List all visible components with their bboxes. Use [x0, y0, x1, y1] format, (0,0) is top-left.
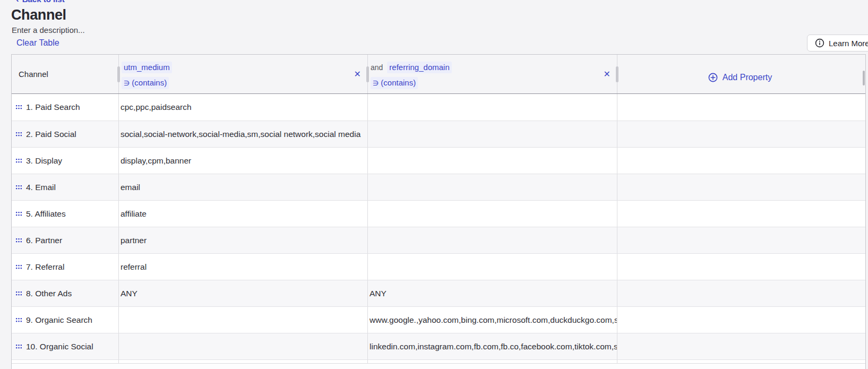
utm-medium-value-cell[interactable] — [118, 307, 367, 333]
referring-domain-value-cell[interactable]: linkedin.com,instagram.com,fb.com,fb.co,… — [367, 333, 617, 359]
utm-medium-value: email — [121, 183, 140, 192]
channel-row-label: 5. Affiliates — [26, 209, 66, 219]
channel-column-label: Channel — [19, 70, 48, 79]
operator-label: (contains) — [381, 78, 416, 87]
column-resize-handle[interactable] — [366, 66, 369, 82]
drag-handle-icon[interactable] — [16, 345, 22, 349]
referring-domain-value-cell[interactable]: www.google.,yahoo.com,bing.com,microsoft… — [367, 307, 617, 333]
empty-property-cell — [617, 333, 865, 359]
referring-domain-value: linkedin.com,instagram.com,fb.com,fb.co,… — [369, 342, 617, 351]
channel-row-label: 10. Organic Social — [26, 342, 93, 351]
drag-handle-icon[interactable] — [16, 318, 22, 322]
column-resize-handle[interactable] — [117, 66, 120, 82]
empty-property-cell — [617, 121, 865, 147]
drag-handle-icon[interactable] — [16, 185, 22, 190]
empty-property-cell — [617, 148, 865, 174]
channel-name-cell[interactable]: 7. Referral — [12, 254, 118, 280]
utm-medium-value: referral — [121, 262, 147, 272]
description-input[interactable]: Enter a description... — [12, 25, 85, 35]
utm-medium-value-cell[interactable]: partner — [118, 227, 367, 253]
utm-medium-value-cell[interactable]: ANY — [118, 280, 367, 306]
channel-name-cell[interactable]: 9. Organic Search — [12, 307, 118, 333]
referring-domain-value-cell[interactable] — [367, 254, 617, 280]
vertical-scrollbar-thumb[interactable] — [863, 71, 865, 85]
referring-domain-value-cell[interactable] — [367, 94, 617, 121]
contains-operator-icon: ∋ — [373, 79, 379, 87]
operator-label: (contains) — [132, 78, 167, 87]
channel-row-label: 4. Email — [26, 183, 56, 192]
empty-property-cell — [617, 307, 865, 333]
referring-domain-value-cell[interactable]: ANY — [367, 280, 617, 306]
page-title: Channel — [11, 7, 66, 23]
utm-medium-value-cell[interactable] — [118, 333, 367, 359]
and-connector-label: and — [371, 63, 383, 72]
drag-handle-icon[interactable] — [16, 265, 22, 269]
utm-medium-column-header[interactable]: utm_medium ∋(contains) ✕ — [118, 55, 367, 93]
channel-row: 3. Displaydisplay,cpm,banner — [12, 147, 865, 174]
utm-medium-value-cell[interactable]: cpc,ppc,paidsearch — [118, 94, 367, 121]
utm-medium-value-cell[interactable]: affiliate — [118, 201, 367, 227]
empty-property-cell — [617, 227, 865, 253]
operator-selector[interactable]: ∋(contains) — [371, 77, 418, 89]
drag-handle-icon[interactable] — [16, 291, 22, 296]
utm-medium-value-cell[interactable]: email — [118, 174, 367, 200]
drag-handle-icon[interactable] — [16, 105, 22, 109]
add-property-column-header: Add Property — [617, 55, 865, 93]
utm-medium-value: affiliate — [121, 209, 147, 219]
channel-name-cell[interactable]: 5. Affiliates — [12, 201, 118, 227]
channel-name-cell[interactable]: 2. Paid Social — [12, 121, 118, 147]
channel-row-label: 7. Referral — [26, 262, 64, 272]
back-to-list-link[interactable]: ‹ Back to list — [16, 0, 65, 5]
channel-rules-table: Channel utm_medium ∋(contains) ✕ andrefe… — [11, 54, 866, 369]
referring-domain-value-cell[interactable] — [367, 201, 617, 227]
referring-domain-column-header[interactable]: andreferring_domain ∋(contains) ✕ — [367, 55, 617, 93]
utm-medium-value: display,cpm,banner — [121, 156, 191, 166]
channel-name-cell[interactable]: 4. Email — [12, 174, 118, 200]
empty-property-cell — [617, 94, 865, 121]
add-property-button[interactable]: Add Property — [620, 62, 860, 93]
channel-name-cell[interactable]: 10. Organic Social — [12, 333, 118, 359]
channel-name-cell[interactable]: 8. Other Ads — [12, 280, 118, 306]
contains-operator-icon: ∋ — [124, 79, 130, 87]
utm-medium-value-cell[interactable]: referral — [118, 254, 367, 280]
utm-medium-value: cpc,ppc,paidsearch — [121, 102, 192, 112]
empty-property-cell — [617, 201, 865, 227]
channel-row: 1. Paid Searchcpc,ppc,paidsearch — [12, 94, 865, 121]
property-name-referring-domain[interactable]: referring_domain — [387, 62, 451, 73]
channel-row: 7. Referralreferral — [12, 253, 865, 280]
empty-property-cell — [617, 174, 865, 200]
table-body: 1. Paid Searchcpc,ppc,paidsearch2. Paid … — [12, 94, 865, 359]
column-resize-handle[interactable] — [616, 66, 618, 82]
channel-row-label: 8. Other Ads — [26, 289, 72, 298]
channel-row: 9. Organic Searchwww.google.,yahoo.com,b… — [12, 306, 865, 333]
remove-column-icon[interactable]: ✕ — [354, 70, 361, 79]
drag-handle-icon[interactable] — [16, 159, 22, 163]
chevron-left-icon: ‹ — [16, 0, 19, 4]
partial-row — [12, 359, 865, 364]
learn-more-label: Learn More — [829, 39, 868, 48]
channel-name-cell[interactable]: 1. Paid Search — [12, 94, 118, 121]
remove-column-icon[interactable]: ✕ — [604, 70, 611, 79]
referring-domain-value-cell[interactable] — [367, 174, 617, 200]
drag-handle-icon[interactable] — [16, 238, 22, 243]
learn-more-button[interactable]: Learn More — [807, 35, 868, 52]
drag-handle-icon[interactable] — [16, 212, 22, 216]
utm-medium-value-cell[interactable]: display,cpm,banner — [118, 148, 367, 174]
referring-domain-value-cell[interactable] — [367, 121, 617, 147]
utm-medium-value-cell[interactable]: social,social-network,social-media,sm,so… — [118, 121, 367, 147]
drag-handle-icon[interactable] — [16, 132, 22, 136]
clear-table-button[interactable]: Clear Table — [16, 38, 59, 48]
channel-row: 8. Other AdsANYANY — [12, 280, 865, 306]
referring-domain-value-cell[interactable] — [367, 148, 617, 174]
channel-column-header: Channel — [12, 55, 118, 93]
channel-row-label: 6. Partner — [26, 236, 62, 245]
channel-row: 10. Organic Sociallinkedin.com,instagram… — [12, 333, 865, 359]
utm-medium-value: social,social-network,social-media,sm,so… — [121, 130, 360, 139]
operator-selector[interactable]: ∋(contains) — [122, 77, 169, 89]
property-name-utm-medium[interactable]: utm_medium — [122, 62, 172, 73]
info-icon — [815, 38, 824, 48]
channel-name-cell[interactable]: 6. Partner — [12, 227, 118, 253]
channel-name-cell[interactable]: 3. Display — [12, 148, 118, 174]
referring-domain-value-cell[interactable] — [367, 227, 617, 253]
referring-domain-value: ANY — [369, 289, 386, 298]
